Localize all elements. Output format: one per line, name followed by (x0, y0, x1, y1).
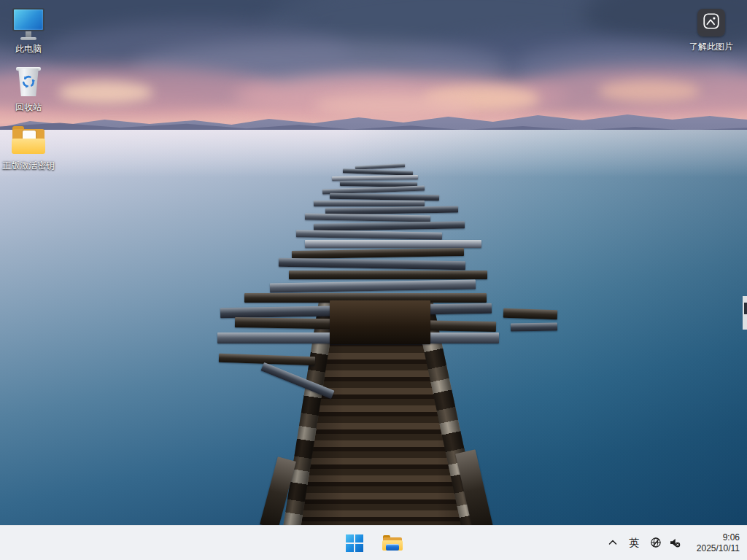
pier-plank (292, 248, 464, 259)
pier-plank-edge-notch (744, 303, 747, 314)
pier-plank (289, 271, 487, 279)
desktop: 此电脑 (0, 0, 747, 560)
taskbar-system-tray: 英 (603, 526, 743, 560)
pier-plank (279, 258, 465, 270)
pier-plank (305, 240, 481, 248)
pier-plank (343, 168, 413, 175)
spotlight-label: 了解此图片 (689, 41, 733, 53)
start-button[interactable] (340, 529, 369, 558)
ime-indicator-button[interactable]: 英 (623, 529, 645, 558)
pier-plank (330, 193, 439, 201)
recycle-arrows-icon (20, 73, 37, 93)
desktop-icon-this-pc[interactable]: 此电脑 (0, 6, 57, 54)
file-explorer-icon (382, 534, 403, 552)
pier-plank (314, 201, 425, 206)
pier-plank (305, 213, 430, 222)
pier-plank (330, 300, 430, 344)
ime-language-label: 英 (629, 537, 639, 550)
spotlight-learn-about-picture: 了解此图片 (675, 9, 747, 53)
spotlight-button[interactable] (697, 9, 725, 36)
clock-time: 9:06 (723, 532, 740, 543)
pier-plank (332, 175, 418, 181)
file-explorer-button[interactable] (378, 529, 407, 558)
pier-plank (296, 230, 442, 239)
volume-muted-icon (668, 536, 681, 551)
desktop-icon-recycle-bin[interactable]: 回收站 (0, 64, 57, 112)
desktop-icon-label: 正版激活密钥 (2, 160, 55, 171)
recycle-bin-icon (10, 64, 47, 101)
desktop-icon-column: 此电脑 (0, 6, 57, 171)
pier-plank (270, 280, 476, 293)
clock-date: 2025/10/11 (697, 543, 740, 554)
quick-settings-button[interactable] (645, 529, 686, 558)
folder-icon (10, 122, 47, 159)
pier-plank (511, 322, 557, 331)
clock[interactable]: 9:06 2025/10/11 (686, 529, 743, 558)
chevron-up-icon (607, 537, 619, 551)
desktop-icon-label: 此电脑 (15, 44, 42, 54)
wallpaper-pier (0, 0, 747, 525)
pier-plank (503, 308, 557, 320)
wallpaper-spotlight-pier (0, 0, 747, 525)
monitor-icon (10, 6, 47, 42)
pier-plank (314, 221, 465, 231)
globe-no-internet-icon (649, 536, 662, 551)
desktop-icon-activation-key-folder[interactable]: 正版激活密钥 (0, 122, 57, 171)
picture-frame-icon (702, 12, 721, 34)
windows-logo-icon (346, 534, 363, 552)
hidden-icons-button[interactable] (603, 529, 623, 558)
taskbar: 英 (0, 525, 747, 560)
desktop-icon-label: 回收站 (15, 102, 42, 112)
